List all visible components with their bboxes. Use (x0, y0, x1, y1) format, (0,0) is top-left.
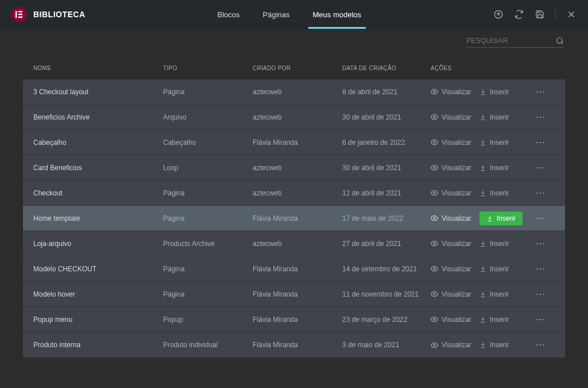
more-icon[interactable]: ··· (536, 290, 546, 298)
row-author: Flávia Miranda (253, 341, 342, 349)
preview-button[interactable]: Visualizar (431, 139, 471, 147)
more-icon[interactable]: ··· (536, 88, 546, 96)
table-row[interactable]: Produto internaProduto individualFlávia … (23, 332, 565, 358)
table-row[interactable]: Modelo hoverPáginaFlávia Miranda11 de no… (23, 282, 565, 307)
more-icon[interactable]: ··· (536, 164, 546, 172)
insert-label: Inserir (490, 265, 509, 273)
insert-button[interactable]: Inserir (479, 212, 523, 225)
table-body: 3 Checkout layoutPáginaaztecweb8 de abri… (23, 79, 565, 358)
row-type: Arquivo (163, 113, 253, 121)
preview-label: Visualizar (442, 265, 471, 273)
tab-label: Páginas (263, 10, 290, 19)
row-type: Página (163, 290, 253, 298)
templates-table: NOME TIPO CRIADO POR DATA DE CRIAÇÃO AÇÕ… (0, 51, 588, 369)
eye-icon (431, 240, 438, 247)
insert-button[interactable]: Inserir (479, 316, 509, 324)
row-name: Home template (33, 214, 163, 222)
insert-button[interactable]: Inserir (479, 265, 509, 273)
insert-button[interactable]: Inserir (479, 290, 509, 298)
table-row[interactable]: Home templatePáginaFlávia Miranda17 de m… (23, 206, 565, 231)
insert-button[interactable]: Inserir (479, 189, 509, 197)
tab-blocks[interactable]: Blocos (218, 0, 240, 29)
eye-icon (431, 164, 438, 171)
table-row[interactable]: Card BeneficiosLoopaztecweb30 de abril d… (23, 155, 565, 180)
insert-button[interactable]: Inserir (479, 240, 509, 248)
insert-button[interactable]: Inserir (479, 88, 509, 96)
sync-icon[interactable] (514, 9, 524, 20)
table-row[interactable]: Popup menuPopupFlávia Miranda23 de março… (23, 307, 565, 332)
more-icon[interactable]: ··· (536, 240, 546, 248)
preview-button[interactable]: Visualizar (431, 88, 471, 96)
library-title: BIBLIOTECA (33, 10, 86, 19)
insert-button[interactable]: Inserir (479, 113, 509, 121)
row-author: aztecweb (253, 88, 342, 96)
more-icon[interactable]: ··· (536, 214, 546, 222)
preview-button[interactable]: Visualizar (431, 189, 471, 197)
download-icon (486, 215, 493, 222)
download-icon (479, 89, 486, 95)
tab-pages[interactable]: Páginas (263, 0, 290, 29)
preview-label: Visualizar (442, 214, 471, 222)
table-row[interactable]: 3 Checkout layoutPáginaaztecweb8 de abri… (23, 79, 565, 105)
row-date: 6 de janeiro de 2022 (342, 139, 431, 147)
row-type: Página (163, 88, 253, 96)
row-actions: VisualizarInserir··· (431, 113, 574, 121)
table-row[interactable]: Loja-arquivoProducts Archiveaztecweb27 d… (23, 231, 565, 256)
table-header: NOME TIPO CRIADO POR DATA DE CRIAÇÃO AÇÕ… (23, 57, 565, 79)
preview-button[interactable]: Visualizar (431, 113, 471, 121)
preview-button[interactable]: Visualizar (431, 316, 471, 324)
table-row[interactable]: CabeçalhoCabeçalhoFlávia Miranda6 de jan… (23, 130, 565, 155)
row-name: Checkout (33, 189, 163, 197)
row-author: Flávia Miranda (253, 214, 342, 222)
table-row[interactable]: CheckoutPáginaaztecweb12 de abril de 202… (23, 180, 565, 206)
preview-button[interactable]: Visualizar (431, 290, 471, 298)
more-icon[interactable]: ··· (536, 316, 546, 324)
search-bar (0, 29, 588, 51)
preview-label: Visualizar (442, 113, 471, 121)
col-by: CRIADO POR (253, 65, 342, 71)
row-actions: VisualizarInserir··· (431, 316, 574, 324)
table-row[interactable]: Modelo CHECKOUTPáginaFlávia Miranda14 de… (23, 256, 565, 282)
insert-label: Inserir (490, 316, 509, 324)
insert-button[interactable]: Inserir (479, 139, 509, 147)
insert-label: Inserir (490, 240, 509, 248)
tab-my-templates[interactable]: Meus modelos (313, 0, 362, 29)
more-icon[interactable]: ··· (536, 265, 546, 273)
preview-button[interactable]: Visualizar (431, 214, 471, 222)
row-actions: VisualizarInserir··· (431, 139, 574, 147)
row-actions: VisualizarInserir··· (431, 290, 574, 298)
tab-label: Blocos (218, 10, 240, 19)
more-icon[interactable]: ··· (536, 139, 546, 147)
row-date: 8 de abril de 2021 (342, 88, 431, 96)
row-name: Produto interna (33, 341, 163, 349)
header-actions (493, 9, 577, 20)
import-icon[interactable] (493, 9, 504, 20)
more-icon[interactable]: ··· (536, 113, 546, 121)
row-author: Flávia Miranda (253, 139, 342, 147)
svg-point-13 (434, 192, 435, 194)
col-date: DATA DE CRIAÇÃO (342, 65, 431, 71)
preview-button[interactable]: Visualizar (431, 164, 471, 172)
preview-button[interactable]: Visualizar (431, 341, 471, 349)
insert-button[interactable]: Inserir (479, 164, 509, 172)
close-icon[interactable] (566, 9, 577, 20)
search-icon[interactable] (556, 37, 564, 45)
search-input[interactable] (466, 37, 556, 45)
eye-icon (431, 139, 438, 146)
row-actions: VisualizarInserir··· (431, 212, 574, 225)
preview-button[interactable]: Visualizar (431, 265, 471, 273)
row-date: 30 de abril de 2021 (342, 113, 431, 121)
more-icon[interactable]: ··· (536, 189, 546, 197)
download-icon (479, 266, 486, 272)
row-actions: VisualizarInserir··· (431, 189, 574, 197)
row-author: aztecweb (253, 240, 342, 248)
insert-label: Inserir (490, 290, 509, 298)
insert-button[interactable]: Inserir (479, 341, 509, 349)
table-row[interactable]: Beneficios ArchiveArquivoaztecweb30 de a… (23, 105, 565, 130)
svg-point-14 (434, 217, 435, 219)
row-type: Página (163, 214, 253, 222)
preview-button[interactable]: Visualizar (431, 240, 471, 248)
more-icon[interactable]: ··· (536, 341, 546, 349)
save-icon[interactable] (535, 9, 545, 20)
col-actions: AÇÕES (431, 65, 574, 71)
